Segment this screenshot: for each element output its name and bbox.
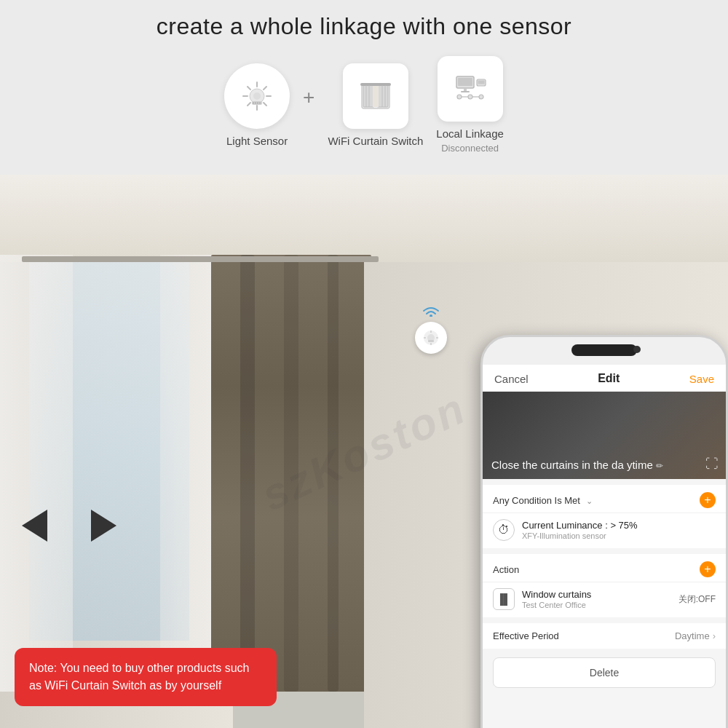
curtain-fold-2 [284,255,298,692]
bottom-section: Cancel Edit Save Close the curtains in t… [0,175,728,728]
add-action-button[interactable]: + [700,561,716,577]
local-linkage-label: Local Linkage [436,127,504,140]
action-section: Action + ▐▌ Window curtains Test Center … [483,554,726,617]
svg-point-13 [257,102,258,103]
condition-section-title: Any Condition Is Met ⌄ [493,495,593,506]
light-sensor-label: Light Sensor [226,135,288,147]
sheer-curtain-left [0,255,73,692]
sheer-curtain-right [160,255,218,692]
action-section-title: Action [493,564,519,575]
condition-row: ⏱ Current Luminance : > 75% XFY-Illumina… [483,513,726,548]
ceiling-rail [22,256,379,262]
sensor-circle [415,322,447,354]
arrow-right-icon [91,510,116,542]
svg-rect-17 [377,85,388,107]
svg-point-35 [430,314,432,317]
wifi-icon [421,302,441,320]
svg-rect-29 [478,81,484,84]
app-banner: Close the curtains in the da ytime ✏ ⛶ [483,392,726,479]
effective-period-value: Daytime › [675,630,716,641]
phone-screen: Cancel Edit Save Close the curtains in t… [483,365,726,728]
plus-separator: + [303,86,314,109]
action-section-header: Action + [483,554,726,582]
ceiling [0,175,728,262]
condition-text: Current Luminance : > 75% XFY-Illuminati… [522,520,716,540]
note-box: Note: You need to buy other products suc… [15,648,277,706]
headline: create a whole linkage with one sensor [157,13,571,40]
delete-button[interactable]: Delete [493,657,716,688]
condition-main: Current Luminance : > 75% [522,520,716,531]
condition-sub: XFY-Illumination sensor [522,531,716,540]
effective-period-row[interactable]: Effective Period Daytime › [483,623,726,649]
local-linkage-icon-bg [438,56,503,122]
app-header: Cancel Edit Save [483,365,726,392]
effective-period-label: Effective Period [493,630,559,641]
banner-edit-icon[interactable]: ✏ [656,461,663,471]
curtain-switch-icon-bg [343,63,408,129]
device-item-wifi-curtain: WiFi Curtain Switch [328,63,423,147]
svg-rect-25 [458,78,472,86]
device-item-light-sensor: Light Sensor [224,63,290,147]
action-status: 关闭:OFF [678,593,716,606]
svg-point-1 [253,92,261,100]
phone-camera [633,346,641,353]
light-sensor-icon [237,76,277,116]
action-text: Window curtains Test Center Office [522,589,671,609]
svg-rect-18 [373,85,379,107]
local-linkage-icon [451,69,490,108]
curtain-switch-icon [356,76,395,116]
svg-rect-26 [464,88,467,91]
banner-image-icon[interactable]: ⛶ [705,456,719,472]
action-row: ▐▌ Window curtains Test Center Office 关闭… [483,582,726,617]
svg-rect-42 [428,340,434,342]
svg-point-14 [259,102,261,103]
period-value-text: Daytime [675,630,710,641]
period-chevron-icon: › [713,630,716,641]
device-item-local-linkage: Local Linkage Disconnected [436,56,504,154]
edit-title: Edit [598,372,620,385]
add-condition-button[interactable]: + [700,492,716,508]
svg-point-32 [479,95,483,99]
svg-rect-19 [360,83,391,86]
delete-label: Delete [590,667,619,678]
svg-point-30 [457,95,462,99]
svg-rect-27 [461,91,470,92]
action-main: Window curtains [522,589,671,600]
svg-point-12 [255,102,256,103]
devices-row: Light Sensor + [224,56,504,154]
disconnected-label: Disconnected [441,143,499,154]
condition-section-header: Any Condition Is Met ⌄ + [483,485,726,513]
svg-line-9 [248,103,250,106]
phone-notch [571,344,637,356]
movement-arrows [22,510,116,542]
save-button[interactable]: Save [689,373,714,385]
condition-title-text: Any Condition Is Met [493,495,580,506]
wifi-curtain-label: WiFi Curtain Switch [328,135,423,147]
note-text: Note: You need to buy other products suc… [29,660,262,695]
svg-point-31 [468,95,472,99]
wifi-sensor-device [415,302,447,354]
arrow-left-icon [22,510,47,542]
action-curtain-icon: ▐▌ [493,588,515,610]
condition-chevron-icon: ⌄ [586,496,593,505]
svg-line-8 [264,87,266,90]
condition-clock-icon: ⏱ [493,519,515,541]
condition-section: Any Condition Is Met ⌄ + ⏱ Current Lumin… [483,485,726,548]
svg-line-7 [264,103,266,106]
cancel-button[interactable]: Cancel [494,373,529,385]
svg-line-6 [248,87,250,90]
action-sub: Test Center Office [522,601,671,609]
banner-text: Close the curtains in the da ytime [491,459,653,471]
curtain-fold-1 [240,255,255,692]
banner-content: Close the curtains in the da ytime ✏ [491,458,663,472]
light-sensor-icon-bg [224,63,290,129]
curtain-fold-3 [328,255,339,692]
phone-mockup: Cancel Edit Save Close the curtains in t… [480,335,728,728]
svg-point-11 [253,102,254,103]
top-section: create a whole linkage with one sensor [0,0,728,175]
svg-rect-16 [363,85,374,107]
main-curtain [211,255,371,692]
